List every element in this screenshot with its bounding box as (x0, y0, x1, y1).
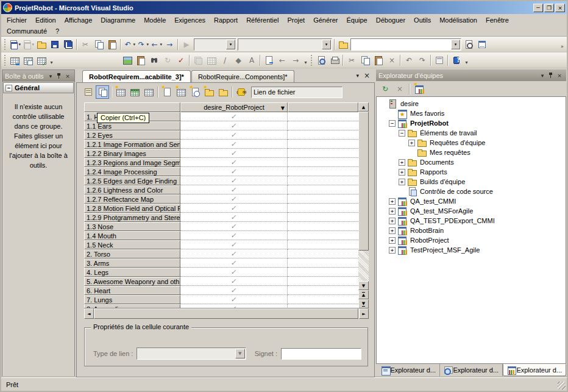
dropdown-arrow-icon[interactable]: ▾ (451, 40, 460, 49)
export-diagram-button[interactable] (262, 54, 275, 67)
matrix-row-header[interactable]: 1.2 Eyes (84, 130, 180, 140)
cut-button[interactable]: ✂ (79, 38, 92, 51)
matrix-cell[interactable]: ✓ (180, 268, 288, 277)
matrix-cell-extra[interactable] (288, 304, 358, 308)
menu-item-0[interactable]: Fichier (2, 15, 31, 25)
new-requirement-doc-button[interactable]: * (160, 85, 174, 99)
tree-item-requ-tes-d-quipe[interactable]: +Requêtes d'équipe (377, 138, 566, 148)
matrix-cell-extra[interactable] (288, 249, 358, 258)
cell-properties-button[interactable] (82, 85, 95, 99)
add-requirement-table-button[interactable]: * (114, 85, 127, 99)
tab-list-chevron-down-icon[interactable]: ▾ (356, 73, 359, 79)
dropdown-arrow-icon[interactable]: ▾ (322, 40, 331, 49)
dropdown-arrow-icon[interactable]: ▾ (226, 40, 235, 49)
menu-item-1[interactable]: Edition (31, 15, 60, 25)
matrix-corner-header[interactable] (84, 102, 180, 112)
font-button[interactable]: A (245, 54, 258, 67)
menu-item-4[interactable]: Modèle (140, 15, 170, 25)
matrix-cell[interactable]: ✓ (180, 277, 288, 286)
scrollbar-thumb[interactable] (94, 308, 358, 319)
matrix-cell[interactable]: ✓ (180, 304, 288, 308)
find-symbol-button[interactable] (462, 38, 475, 51)
expand-icon[interactable]: + (408, 140, 415, 146)
find-model-button[interactable] (147, 54, 161, 67)
toolbar-options-chevron-icon[interactable]: ▾ (48, 54, 55, 66)
tree-item-mes-favoris[interactable]: ★Mes favoris (377, 109, 566, 118)
matrix-row-header[interactable]: 2. Torso (84, 249, 180, 258)
matrix-cell-extra[interactable] (288, 140, 358, 149)
expand-icon[interactable]: + (399, 159, 405, 166)
find-combobox[interactable]: ▾ (350, 38, 461, 51)
menu-item-row2-1[interactable]: ? (51, 26, 63, 36)
expand-icon[interactable]: + (399, 179, 405, 185)
toolbox-chevron-down-icon[interactable]: ▾ (46, 72, 55, 80)
tree-item-qa-test-pdexport-cmmi[interactable]: +QA_TEST_PDExport_CMMI (377, 216, 566, 226)
toolbox-section-general[interactable]: − Général (3, 82, 74, 93)
undo-button[interactable]: ↶▾ (122, 38, 136, 51)
scroll-left-button[interactable]: ◄ (84, 308, 94, 319)
matrix-table-button[interactable] (8, 54, 21, 67)
menu-item-row2-0[interactable]: Communauté (2, 26, 51, 36)
horizontal-scrollbar[interactable]: ◄► (84, 308, 369, 319)
matrix-cell-extra[interactable] (288, 268, 358, 277)
table-view-button[interactable] (205, 54, 218, 67)
matrix-cell-extra[interactable] (288, 121, 358, 130)
paste-button-2[interactable] (372, 54, 385, 67)
explorer-tab-2[interactable]: Explorateur d... (503, 364, 566, 376)
matrix-cell-extra[interactable] (288, 194, 358, 204)
matrix-export-button[interactable] (21, 54, 35, 67)
matrix-row-header[interactable]: 1.5 Neck (84, 240, 180, 249)
help-button[interactable]: ?? (450, 54, 463, 67)
matrix-row-header[interactable]: 1.2.8 Motion Field and Optical F (84, 204, 180, 213)
matrix-cell[interactable]: ✓ (180, 185, 288, 194)
tree-item-builds-d-quipe[interactable]: +Builds d'équipe (377, 177, 566, 187)
matrix-row-header[interactable]: 1.2.7 Reflectance Map (84, 194, 180, 204)
matrix-cell[interactable]: ✓ (180, 231, 288, 240)
scroll-up-button[interactable]: ▲ (358, 102, 369, 112)
tree-item-mes-requ-tes[interactable]: Mes requêtes (377, 148, 566, 157)
delete-button[interactable]: × (385, 54, 399, 67)
matrix-row-header[interactable]: 1.2.9 Photgrammetry and Stereo (84, 213, 180, 222)
menu-item-13[interactable]: Modélisation (435, 15, 481, 25)
menu-item-8[interactable]: Projet (283, 15, 309, 25)
refresh-model-button[interactable]: ↻ (161, 54, 174, 67)
matrix-row-header[interactable]: 1.2.3 Regions and Image Segm (84, 158, 180, 167)
new-folder-button[interactable]: * (202, 85, 216, 99)
toolbar-grip[interactable] (4, 39, 7, 50)
matrix-cell[interactable]: ✓ (180, 222, 288, 231)
matrix-row-header[interactable]: 1.2.1 Image Formation and Sen (84, 140, 180, 149)
matrix-cell[interactable]: ✓ (180, 130, 288, 140)
resize-grip[interactable] (558, 382, 566, 390)
column-dropdown-icon[interactable]: ▼ (281, 105, 285, 111)
menu-item-12[interactable]: Outils (410, 15, 435, 25)
matrix-column-header[interactable]: desire_RobotProject▼ (180, 102, 288, 112)
solution-configurations-combobox[interactable]: ▾ (194, 38, 236, 51)
matrix-row-header[interactable]: 5. Awesome Weaponry and oth (84, 277, 180, 286)
matrix-cell-extra[interactable] (288, 176, 358, 185)
matrix-row-header[interactable]: 8. Appendix (84, 304, 180, 308)
matrix-plain-button[interactable] (142, 85, 155, 99)
matrix-cell[interactable]: ✓ (180, 240, 288, 249)
matrix-cell[interactable]: ✓ (180, 112, 288, 121)
save-button[interactable] (48, 38, 62, 51)
matrix-row-header[interactable]: 1.4 Mouth (84, 231, 180, 240)
expand-icon[interactable]: + (389, 237, 396, 244)
previous-diagram-button[interactable]: ← (275, 54, 289, 67)
delete-button[interactable]: × (393, 82, 406, 96)
menu-item-5[interactable]: Exigences (170, 15, 210, 25)
matrix-cell-extra[interactable] (288, 185, 358, 194)
matrix-row-header[interactable]: 1.2.4 Image Processing (84, 167, 180, 176)
close-document-icon[interactable]: × (364, 71, 370, 80)
matrix-cell[interactable]: ✓ (180, 121, 288, 130)
navigate-forward-button[interactable]: → (163, 38, 176, 51)
open-file-button[interactable] (35, 38, 48, 51)
collapse-icon[interactable]: − (399, 130, 405, 137)
matrix-cell[interactable]: ✓ (180, 194, 288, 204)
expand-icon[interactable]: + (399, 169, 405, 176)
matrix-cell-extra[interactable] (288, 295, 358, 304)
toolbox-pin-icon[interactable] (55, 72, 63, 80)
layers-button[interactable] (191, 54, 205, 67)
new-scheduled-doc-button[interactable]: * (188, 85, 202, 99)
redo-button-2[interactable]: ↷ (416, 54, 429, 67)
collapse-icon[interactable]: − (389, 120, 396, 127)
